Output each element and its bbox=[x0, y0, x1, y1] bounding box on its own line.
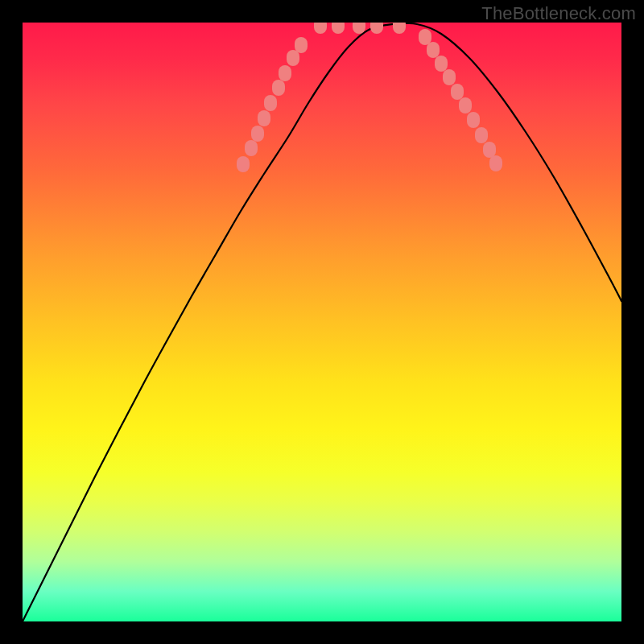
data-marker bbox=[279, 65, 291, 81]
data-marker bbox=[258, 110, 270, 126]
curve-path bbox=[23, 23, 621, 621]
data-marker bbox=[245, 140, 258, 156]
data-marker bbox=[370, 23, 383, 34]
data-marker bbox=[435, 56, 448, 72]
data-marker bbox=[489, 155, 502, 171]
data-marker bbox=[264, 95, 277, 111]
data-marker bbox=[483, 142, 496, 158]
chart-svg bbox=[23, 23, 621, 621]
data-marker bbox=[419, 29, 431, 45]
data-marker bbox=[251, 126, 264, 142]
data-marker bbox=[393, 23, 406, 34]
data-marker bbox=[459, 97, 472, 114]
data-marker bbox=[287, 50, 299, 66]
chart-frame: TheBottleneck.com bbox=[0, 0, 644, 644]
data-marker bbox=[237, 156, 250, 172]
dots-left-group bbox=[237, 37, 308, 172]
data-marker bbox=[443, 69, 456, 85]
watermark-text: TheBottleneck.com bbox=[481, 3, 636, 24]
data-marker bbox=[475, 127, 488, 143]
data-marker bbox=[272, 80, 285, 96]
data-marker bbox=[314, 23, 327, 34]
data-marker bbox=[427, 42, 440, 58]
data-marker bbox=[467, 112, 480, 128]
data-marker bbox=[451, 84, 464, 100]
data-marker bbox=[295, 37, 308, 53]
data-marker bbox=[332, 23, 345, 34]
